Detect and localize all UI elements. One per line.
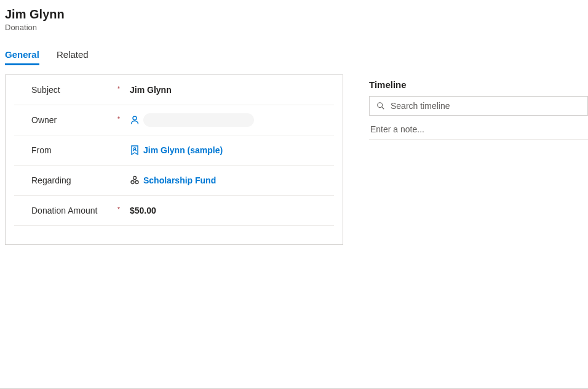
timeline-panel: Timeline Enter a note... bbox=[362, 74, 588, 245]
owner-placeholder bbox=[143, 113, 254, 127]
person-icon bbox=[130, 115, 140, 125]
svg-point-0 bbox=[133, 116, 137, 120]
field-value-subject: Jim Glynn bbox=[130, 85, 172, 95]
required-indicator: * bbox=[117, 86, 130, 92]
svg-point-5 bbox=[378, 103, 383, 108]
tab-related[interactable]: Related bbox=[57, 49, 89, 65]
field-owner[interactable]: Owner * bbox=[14, 105, 334, 135]
field-value-from[interactable]: Jim Glynn (sample) bbox=[130, 145, 223, 155]
svg-line-6 bbox=[382, 107, 384, 110]
record-title: Jim Glynn bbox=[5, 7, 583, 22]
timeline-title: Timeline bbox=[369, 79, 588, 90]
search-icon bbox=[376, 101, 386, 111]
record-entity-type: Donation bbox=[5, 23, 583, 32]
field-from[interactable]: From Jim Glynn (sample) bbox=[14, 135, 334, 166]
field-label-donation-amount: Donation Amount bbox=[31, 206, 117, 215]
timeline-search-input[interactable] bbox=[391, 101, 581, 111]
field-regarding[interactable]: Regarding Scholarship Fund bbox=[14, 166, 334, 196]
field-label-from: From bbox=[31, 145, 117, 155]
field-subject[interactable]: Subject * Jim Glynn bbox=[14, 75, 334, 105]
required-indicator: * bbox=[117, 206, 130, 213]
field-label-regarding: Regarding bbox=[31, 175, 117, 185]
field-label-subject: Subject bbox=[31, 85, 117, 95]
tab-bar: General Related bbox=[0, 34, 588, 66]
field-donation-amount[interactable]: Donation Amount * $50.00 bbox=[14, 196, 334, 226]
contact-icon bbox=[130, 145, 140, 155]
required-indicator: * bbox=[117, 116, 130, 122]
form-card: Subject * Jim Glynn Owner * From bbox=[5, 74, 343, 245]
timeline-note-prompt[interactable]: Enter a note... bbox=[369, 124, 588, 140]
field-value-owner[interactable] bbox=[130, 113, 254, 127]
svg-point-2 bbox=[133, 177, 137, 180]
field-value-regarding[interactable]: Scholarship Fund bbox=[130, 175, 216, 185]
field-label-owner: Owner bbox=[31, 115, 117, 125]
from-link-text: Jim Glynn (sample) bbox=[143, 145, 223, 155]
svg-point-3 bbox=[131, 181, 134, 184]
regarding-link-text: Scholarship Fund bbox=[143, 175, 216, 185]
svg-point-4 bbox=[135, 181, 138, 184]
entity-icon bbox=[130, 175, 140, 185]
timeline-search-box[interactable] bbox=[369, 96, 588, 116]
field-value-donation-amount: $50.00 bbox=[130, 206, 156, 215]
tab-general[interactable]: General bbox=[5, 49, 39, 65]
